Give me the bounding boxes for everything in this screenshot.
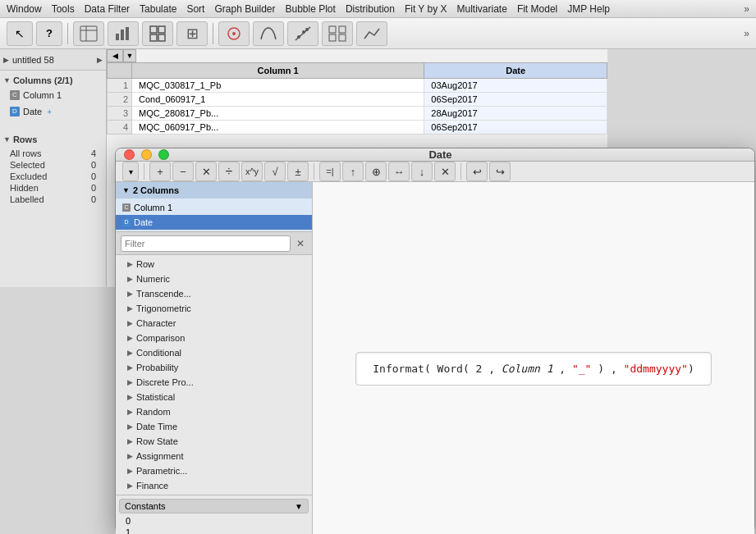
func-label: Finance xyxy=(136,481,168,491)
func-arrow-icon: ▶ xyxy=(127,363,133,372)
func-item-numeric[interactable]: ▶Numeric xyxy=(116,272,312,286)
func-arrow-icon: ▶ xyxy=(127,437,133,445)
columns-sub-panel: ▼ 2 Columns C Column 1 D Date xyxy=(116,182,312,232)
pm-btn[interactable]: ± xyxy=(287,162,309,181)
multiply-btn[interactable]: ✕ xyxy=(195,162,217,181)
func-arrow-icon: ▶ xyxy=(127,334,133,342)
func-item-trigonometric[interactable]: ▶Trigonometric xyxy=(116,301,312,316)
func-label: Row State xyxy=(136,436,178,446)
func-item-character[interactable]: ▶Character xyxy=(116,316,312,331)
func-label: Comparison xyxy=(136,333,185,343)
redo-btn[interactable]: ↪ xyxy=(489,162,511,181)
func-label: Numeric xyxy=(136,274,170,284)
func-item-random[interactable]: ▶Random xyxy=(116,404,312,419)
functions-panel: ▼ 2 Columns C Column 1 D Date xyxy=(116,182,313,534)
func-arrow-icon: ▶ xyxy=(127,408,133,416)
func-item-conditional[interactable]: ▶Conditional xyxy=(116,345,312,360)
down-btn[interactable]: ↓ xyxy=(411,162,433,181)
function-list: ▶Row▶Numeric▶Transcende...▶Trigonometric… xyxy=(116,255,312,495)
filter-input[interactable] xyxy=(121,235,291,252)
columns-count-header: ▼ 2 Columns xyxy=(116,182,312,199)
func-item-statistical[interactable]: ▶Statistical xyxy=(116,390,312,404)
divide-btn[interactable]: ÷ xyxy=(218,162,240,181)
func-arrow-icon: ▶ xyxy=(127,349,133,357)
func-arrow-icon: ▶ xyxy=(127,482,133,490)
compare-btn[interactable]: =| xyxy=(319,162,341,181)
col1-func-item[interactable]: C Column 1 xyxy=(116,200,312,215)
cols-count-label: 2 Columns xyxy=(133,185,179,195)
constants-section: Constants ▼ 012 xyxy=(116,495,312,534)
columns-list: C Column 1 D Date xyxy=(116,199,312,231)
func-arrow-icon: ▶ xyxy=(127,452,133,460)
func-label: Random xyxy=(136,407,171,417)
clear-formula-btn[interactable]: ✕ xyxy=(434,162,456,181)
modal-body: ▼ 2 Columns C Column 1 D Date xyxy=(116,182,754,534)
func-arrow-icon: ▶ xyxy=(127,304,133,313)
filter-header: ✕ xyxy=(116,232,312,255)
toolbar-sep-1 xyxy=(144,163,144,180)
date-func-icon: D xyxy=(122,218,131,226)
undo-btn[interactable]: ↩ xyxy=(466,162,488,181)
func-item-assignment[interactable]: ▶Assignment xyxy=(116,449,312,463)
func-arrow-icon: ▶ xyxy=(127,422,133,431)
func-label: Date Time xyxy=(136,422,177,431)
formula-editor-modal: Date ▾ + − ✕ ÷ x^y √ ± =| ↑ ⊕ ↔ ↓ ✕ ↩ ↪ xyxy=(115,148,755,533)
expression-box[interactable]: Informat( Word( 2 , Column 1 , "_" ) , "… xyxy=(355,352,711,386)
func-arrow-icon: ▶ xyxy=(127,290,133,298)
func-item-date-time[interactable]: ▶Date Time xyxy=(116,419,312,434)
func-label: Statistical xyxy=(136,392,175,402)
constants-arrow-icon: ▼ xyxy=(295,502,303,511)
date-func-label: Date xyxy=(134,217,153,227)
func-label: Character xyxy=(136,318,176,328)
func-item-row-state[interactable]: ▶Row State xyxy=(116,434,312,449)
circle-plus-btn[interactable]: ⊕ xyxy=(365,162,387,181)
func-arrow-icon: ▶ xyxy=(127,319,133,327)
power-btn[interactable]: x^y xyxy=(241,162,263,181)
func-arrow-icon: ▶ xyxy=(127,378,133,386)
date-func-item[interactable]: D Date xyxy=(116,215,312,230)
constant-item-0[interactable]: 0 xyxy=(126,515,302,527)
func-item-finance[interactable]: ▶Finance xyxy=(116,478,312,493)
func-label: Probability xyxy=(136,363,178,372)
constants-list: 012 xyxy=(119,513,309,534)
dropdown-arrow[interactable]: ▾ xyxy=(122,162,139,181)
constants-label: Constants xyxy=(125,501,166,511)
func-arrow-icon: ▶ xyxy=(127,467,133,475)
func-label: Transcende... xyxy=(136,289,191,299)
expression-area[interactable]: Informat( Word( 2 , Column 1 , "_" ) , "… xyxy=(313,182,754,534)
toolbar-sep-3 xyxy=(460,163,461,180)
func-item-probability[interactable]: ▶Probability xyxy=(116,360,312,375)
col1-func-icon: C xyxy=(122,203,131,212)
close-button[interactable] xyxy=(124,149,135,160)
subtract-btn[interactable]: − xyxy=(172,162,194,181)
swap-btn[interactable]: ↔ xyxy=(388,162,410,181)
cols-count-icon: ▼ xyxy=(122,186,130,194)
constant-item-1[interactable]: 1 xyxy=(126,527,302,534)
sqrt-btn[interactable]: √ xyxy=(264,162,286,181)
filter-clear-btn[interactable]: ✕ xyxy=(294,237,307,250)
func-label: Parametric... xyxy=(136,466,187,476)
modal-toolbar: ▾ + − ✕ ÷ x^y √ ± =| ↑ ⊕ ↔ ↓ ✕ ↩ ↪ xyxy=(116,162,754,182)
func-arrow-icon: ▶ xyxy=(127,275,133,283)
func-item-parametric---[interactable]: ▶Parametric... xyxy=(116,463,312,478)
up-btn[interactable]: ↑ xyxy=(342,162,364,181)
func-label: Conditional xyxy=(136,348,181,358)
add-btn[interactable]: + xyxy=(149,162,171,181)
func-item-comparison[interactable]: ▶Comparison xyxy=(116,331,312,345)
func-arrow-icon: ▶ xyxy=(127,260,133,268)
func-item-discrete-pro---[interactable]: ▶Discrete Pro... xyxy=(116,375,312,390)
toolbar-sep-2 xyxy=(314,163,314,180)
modal-titlebar: Date xyxy=(116,148,754,162)
func-item-transcende---[interactable]: ▶Transcende... xyxy=(116,286,312,301)
func-label: Row xyxy=(136,259,154,269)
constants-dropdown-btn[interactable]: Constants ▼ xyxy=(119,499,309,513)
modal-overlay: Date ▾ + − ✕ ÷ x^y √ ± =| ↑ ⊕ ↔ ↓ ✕ ↩ ↪ xyxy=(0,0,756,534)
func-label: Assignment xyxy=(136,451,183,461)
modal-title: Date xyxy=(135,148,746,161)
func-arrow-icon: ▶ xyxy=(127,393,133,401)
expression-text: Informat( Word( 2 , Column 1 , "_" ) , "… xyxy=(373,363,694,375)
col1-func-label: Column 1 xyxy=(134,203,172,212)
func-label: Discrete Pro... xyxy=(136,377,194,387)
func-label: Trigonometric xyxy=(136,304,191,313)
func-item-row[interactable]: ▶Row xyxy=(116,257,312,272)
